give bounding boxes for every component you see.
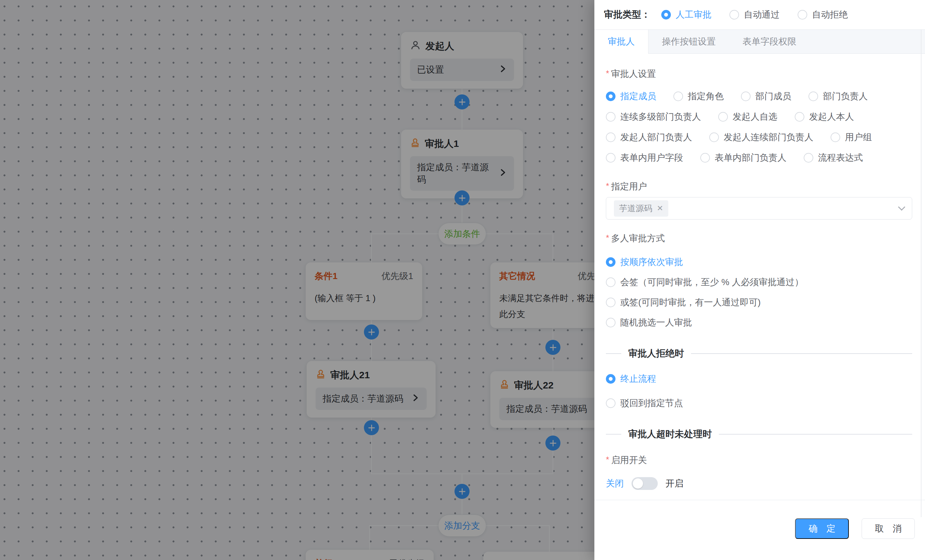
required-asterisk: * [606,455,609,465]
radio-icon [798,10,807,20]
radio-auto-reject[interactable]: 自动拒绝 [798,9,848,21]
radio-icon [606,132,616,142]
radio-auto-pass[interactable]: 自动通过 [729,9,780,21]
radio-icon [606,298,616,307]
confirm-button[interactable]: 确 定 [795,518,849,539]
enable-switch-label: * 启用开关 [606,454,912,466]
required-asterisk: * [606,233,609,243]
radio-icon [606,257,616,267]
radio-icon [804,153,813,163]
radio-terminate-process[interactable]: 终止流程 [606,373,912,385]
radio-icon [606,374,616,384]
radio-random-one[interactable]: 随机挑选一人审批 [606,316,912,329]
radio-icon [830,132,840,142]
radio-sequential[interactable]: 按顺序依次审批 [606,256,912,268]
radio-form-user-field[interactable]: 表单内用户字段 [606,152,683,164]
radio-icon [729,10,739,20]
approver-config-drawer: 审批类型： 人工审批 自动通过 自动拒绝 审批人 操作按钮设置 表单字 [594,0,925,560]
radio-icon [606,92,616,101]
radio-icon [661,10,671,20]
chevron-down-icon [898,203,905,211]
radio-icon [795,112,804,122]
radio-initiator-multi-dept-leader[interactable]: 发起人连续部门负责人 [709,131,813,143]
radio-initiator-dept-leader[interactable]: 发起人部门负责人 [606,131,692,143]
approver-setting-row4: 表单内用户字段 表单内部门负责人 流程表达式 [606,152,912,164]
radio-icon [673,92,683,101]
assigned-user-label: * 指定用户 [606,181,912,193]
approver-setting-label: * 审批人设置 [606,68,912,80]
timeout-section-divider: 审批人超时未处理时 [606,428,912,441]
radio-icon [709,132,719,142]
tab-approver[interactable]: 审批人 [594,30,648,54]
radio-dept-member[interactable]: 部门成员 [741,90,791,102]
remove-tag-icon[interactable]: ✕ [657,204,663,213]
cancel-button[interactable]: 取 消 [862,518,915,539]
radio-icon [700,153,710,163]
radio-assigned-member[interactable]: 指定成员 [606,90,656,102]
radio-orsign[interactable]: 或签(可同时审批，有一人通过即可) [606,296,912,309]
multi-mode-label: * 多人审批方式 [606,232,912,244]
radio-initiator-self[interactable]: 发起人本人 [795,111,854,123]
enable-toggle[interactable] [631,477,658,490]
approval-type-radio-group: 人工审批 自动通过 自动拒绝 [661,9,848,21]
reject-section-divider: 审批人拒绝时 [606,347,912,360]
required-asterisk: * [606,68,609,78]
panel-scroll-track [921,30,922,517]
assigned-user-select[interactable]: 芋道源码 ✕ [606,197,912,220]
radio-icon [606,153,616,163]
radio-form-dept-leader[interactable]: 表单内部门负责人 [700,152,786,164]
radio-process-expression[interactable]: 流程表达式 [804,152,863,164]
radio-countersign[interactable]: 会签（可同时审批，至少 % 人必须审批通过） [606,276,912,288]
approver-setting-row3: 发起人部门负责人 发起人连续部门负责人 用户组 [606,131,912,143]
approval-type-label: 审批类型： [604,8,650,21]
radio-icon [606,277,616,287]
radio-return-to-node[interactable]: 驳回到指定节点 [606,397,912,409]
radio-multi-level-dept-leader[interactable]: 连续多级部门负责人 [606,111,701,123]
radio-icon [606,398,616,408]
approver-setting-row1: 指定成员 指定角色 部门成员 部门负责人 [606,90,912,102]
radio-icon [718,112,728,122]
switch-on-label: 开启 [666,477,683,489]
tab-form-field-permission[interactable]: 表单字段权限 [729,30,810,53]
user-tag: 芋道源码 ✕ [614,200,668,217]
config-scroll-area[interactable]: * 审批人设置 指定成员 指定角色 部门成员 部门负责人 [594,54,925,500]
tab-action-buttons[interactable]: 操作按钮设置 [648,30,729,53]
config-tabs: 审批人 操作按钮设置 表单字段权限 [594,29,925,54]
radio-icon [809,92,818,101]
radio-icon [741,92,750,101]
enable-switch-row: 关闭 开启 [606,477,912,490]
radio-icon [606,318,616,327]
radio-assigned-role[interactable]: 指定角色 [673,90,724,102]
radio-icon [606,112,616,122]
radio-manual-approval[interactable]: 人工审批 [661,9,711,21]
toggle-knob [633,479,643,489]
approver-setting-row2: 连续多级部门负责人 发起人自选 发起人本人 [606,111,912,123]
radio-user-group[interactable]: 用户组 [830,131,872,143]
radio-dept-leader[interactable]: 部门负责人 [809,90,868,102]
switch-off-label: 关闭 [606,477,624,489]
drawer-footer: 确 定 取 消 [594,500,925,560]
radio-initiator-choose[interactable]: 发起人自选 [718,111,777,123]
workflow-designer: 发起人 已设置 审批人1 [0,0,925,560]
required-asterisk: * [606,181,609,191]
